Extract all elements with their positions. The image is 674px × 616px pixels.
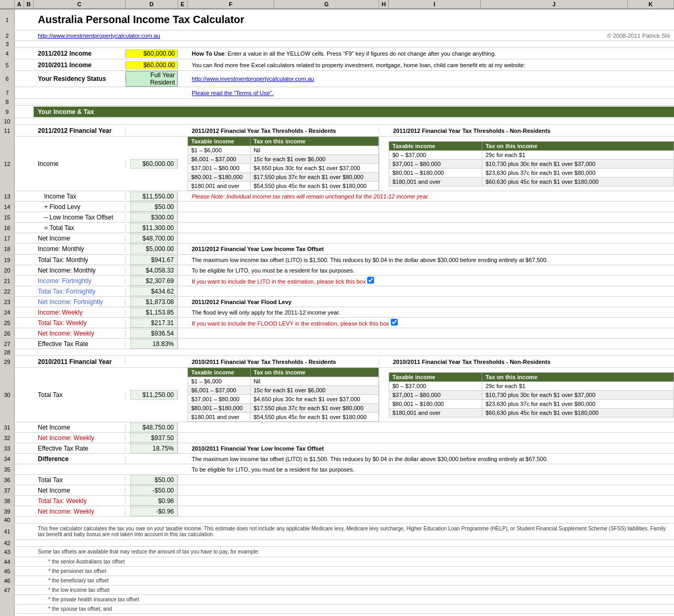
year2012-heading: 2011/2012 Financial Year (34, 127, 116, 134)
website-link-howto[interactable]: http://www.investmentpropertycalculator.… (192, 76, 314, 82)
lito-label: – Low Income Tax Offset (34, 214, 118, 221)
diff-net-income-value-cell: -$50.00 (126, 486, 178, 495)
offset-6: * the spouse tax offset, and (48, 606, 112, 612)
row-num-27: 27 (0, 339, 15, 349)
net-income-weekly-value-cell: $936.54 (126, 329, 178, 338)
row-num-42: 42 (0, 540, 15, 546)
lito-2011-heading: 2010/2011 Financial Year Low Income Tax … (192, 445, 324, 452)
t2011-r4-income: $80,001 – $180,000 (188, 404, 251, 413)
flood-line1: The flood levy will only apply for the 2… (192, 309, 340, 316)
row-19: 19 Total Tax: Monthly $941.67 The maximu… (0, 255, 674, 265)
disclaimer2-text: Some tax offsets are available that may … (38, 549, 260, 555)
threshold-2011-res-table: Taxable income Tax on this income $1 – $… (188, 368, 379, 422)
income-fortnight-label-cell: Income: Fortnightly (34, 277, 126, 285)
income-2011-input[interactable]: $60,000.00 (126, 61, 178, 69)
t2011-r2-tax: 15c for each $1 over $6,000 (250, 386, 378, 395)
row-33-content: Effective Tax Rate 18.75% 2010/2011 Fina… (15, 443, 674, 453)
n2011-r1-tax: 29c for each $1 (482, 381, 674, 390)
diff-total-tax-label-cell: Total Tax (34, 476, 126, 484)
row-46: 46 * the beneficiary tax offset (0, 576, 674, 586)
flood-heading-cell: 2011/2012 Financial Year Flood Levy (188, 298, 674, 306)
row-num-1: 1 (0, 9, 15, 30)
row-18-content: Income: Monthly $5,000.00 2011/2012 Fina… (15, 244, 674, 254)
ntr-2-income: $37,001 – $80,000 (389, 159, 482, 168)
net-income-fortnight-label-cell: Net Income: Fortnightly (34, 298, 126, 306)
col-header-c: C (34, 0, 126, 8)
row-num-12: 12 (0, 137, 15, 191)
t2011-r3-tax: $4,650 plus 30c for each $1 over $37,000 (250, 395, 378, 404)
ntr-4-tax: $60,630 plus 45c for each $1 over $180,0… (482, 177, 674, 186)
income-2011-value-cell: $60,000.00 (126, 61, 178, 69)
total-tax-weekly-value: $217.31 (130, 318, 178, 328)
income-2011-label-cell: 2010/2011 Income (34, 61, 126, 69)
row-num-11: 11 (0, 125, 15, 136)
how-to-use-text2: You can find more free Excel calculators… (192, 62, 525, 68)
net-income-2011-label: Net Income (34, 424, 74, 431)
note-row: Please Note: Individual income tax rates… (188, 192, 674, 201)
page-title: Australia Personal Income Tax Calculator (34, 12, 248, 28)
offset-3-cell: * the beneficiary tax offset (34, 577, 674, 584)
flood-levy-value: $50.00 (130, 202, 178, 212)
nth-tax: Tax on this income (482, 141, 674, 150)
terms-link[interactable]: Please read the "Terms of Use". (192, 90, 274, 96)
row-num-30: 30 (0, 368, 15, 422)
row-44: 44 * the senior Australians tax offset (0, 557, 674, 567)
total-tax-2011-label-cell: Total Tax (34, 391, 126, 399)
threshold-2011-nonres-heading: 2010/2011 Financial Year Tax Thresholds … (389, 359, 555, 365)
row-39: 39 Net Income: Weekly -$0.96 (0, 506, 674, 517)
flood-levy-label: + Flood Levy (34, 203, 85, 211)
ntr-3-tax: $23,630 plus 37c for each $1 over $80,00… (482, 168, 674, 177)
flood-checkbox[interactable] (391, 319, 398, 326)
lito-checkbox[interactable] (367, 277, 374, 284)
row-32: 32 Net Income: Weekly $937.50 (0, 433, 674, 443)
income-2011-label: 2010/2011 Income (34, 61, 96, 69)
row-9-content: Your Income & Tax (15, 106, 674, 118)
row-37-content: Net Income -$50.00 (15, 485, 674, 495)
row-25: 25 Total Tax: Weekly $217.31 If you want… (0, 318, 674, 328)
terms-link-cell: Please read the "Terms of Use". (188, 90, 674, 96)
row-num-40: 40 (0, 517, 15, 523)
lito-2012-text1: The maximum low income tax offset (LITO)… (192, 257, 548, 263)
total-tax-monthly-value: $941.67 (130, 255, 178, 265)
row-num-20: 20 (0, 265, 15, 275)
total-tax-fortnightly-label: Total Tax: Fortnightly (34, 288, 100, 295)
income-tax-value-cell: $11,550.00 (126, 192, 178, 201)
net-income-2011-value-cell: $48,750.00 (126, 423, 178, 432)
row-43: 43 Some tax offsets are available that m… (0, 547, 674, 557)
tr-1-income: $1 – $6,000 (188, 146, 251, 155)
nth2011-tax: Tax on this income (482, 372, 674, 381)
income-2012-input[interactable]: $60,000.00 (126, 49, 178, 58)
total-tax-2011-label: Total Tax (34, 391, 67, 399)
n2011-r4-tax: $60,630 plus 45c for each $1 over $180,0… (482, 408, 674, 417)
total-tax-fortnightly-value: $434.62 (130, 287, 178, 296)
tr-2-income: $6,001 – $37,000 (188, 155, 251, 164)
row-23: 23 Net Income: Fortnightly $1,873.08 201… (0, 297, 674, 307)
col-header-i: I (389, 0, 481, 8)
row-15-content: – Low Income Tax Offset $300.00 (15, 212, 674, 222)
diff-total-tax-weekly-label-cell: Total Tax: Weekly (34, 497, 126, 505)
n2011-r1-income: $0 – $37,000 (389, 381, 482, 390)
how-to-use-link1: http://www.investmentpropertycalculator.… (188, 76, 674, 82)
row-num-16: 16 (0, 223, 15, 233)
income-weekly-value-cell: $1,153.85 (126, 308, 178, 317)
t2011-r3-income: $37,001 – $80,000 (188, 395, 251, 404)
section-header-merged: Your Income & Tax (34, 107, 674, 117)
income-tax-label-cell: Income Tax (34, 193, 126, 200)
net-income-monthly-value-cell: $4,058.33 (126, 266, 178, 275)
threshold-2012-nonres-heading: 2011/2012 Financial Year Tax Thresholds … (389, 128, 555, 134)
lito-checkbox-text: If you want to include the LITO in the e… (192, 278, 367, 285)
offset-6-cell: * the spouse tax offset, and (34, 605, 674, 612)
website-link-row2[interactable]: http://www.investmentpropertycalculator.… (34, 32, 164, 40)
row-num-33: 33 (0, 443, 15, 453)
row-23-content: Net Income: Fortnightly $1,873.08 2011/2… (15, 297, 674, 307)
threshold-note: Please Note: Individual income tax rates… (192, 193, 429, 200)
th-taxable: Taxable income (188, 137, 251, 146)
threshold-2012-res-heading-cell: 2011/2012 Financial Year Tax Thresholds … (188, 128, 379, 134)
row-num-41: 41 (0, 524, 15, 539)
row-num-36: 36 (0, 475, 15, 485)
row-num-31: 31 (0, 422, 15, 432)
lito-2011-line2-cell: To be eligible for LITO, you must be a r… (188, 465, 674, 474)
residency-input[interactable]: Full Year Resident (126, 71, 178, 87)
row-4: 4 2011/2012 Income $60,000.00 How To Use… (0, 48, 674, 59)
col-header-j: J (481, 0, 628, 8)
